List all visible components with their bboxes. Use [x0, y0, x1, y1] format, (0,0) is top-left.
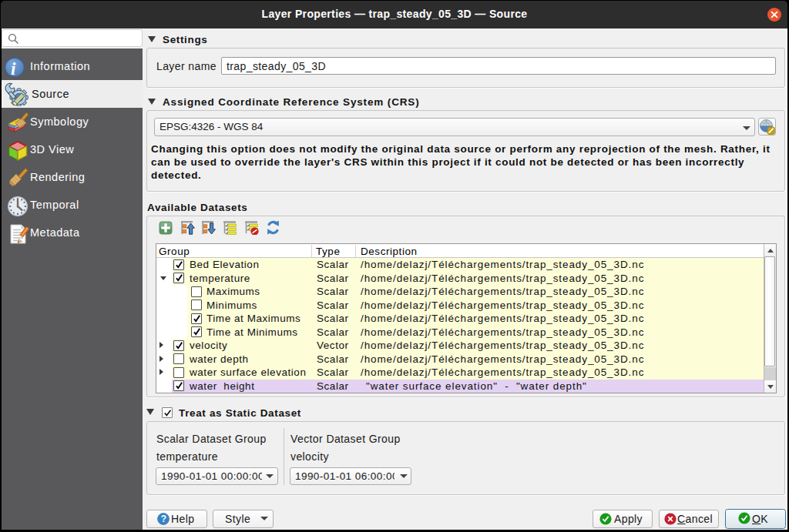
svg-text:?: ? [161, 514, 166, 524]
svg-text:i: i [11, 59, 16, 78]
